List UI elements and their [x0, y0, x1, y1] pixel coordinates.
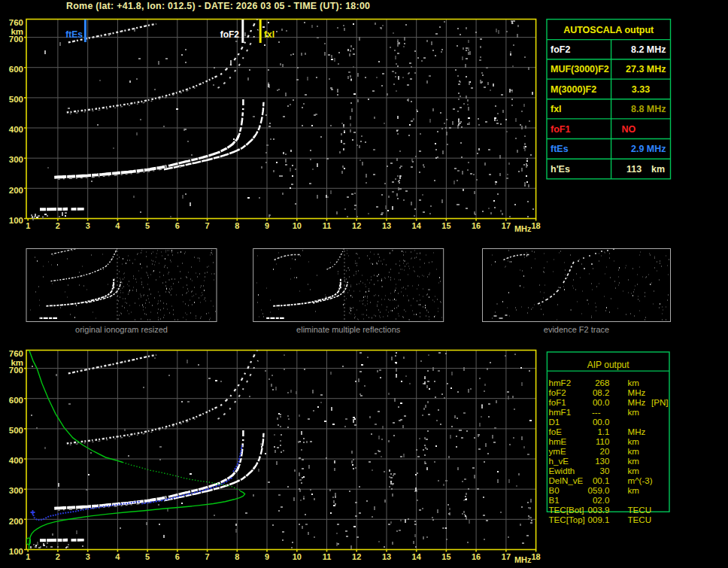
svg-text:9: 9	[265, 221, 269, 230]
svg-text:11: 11	[323, 552, 332, 561]
svg-text:400: 400	[9, 456, 23, 465]
svg-text:08.2: 08.2	[593, 387, 610, 397]
svg-text:12: 12	[352, 552, 361, 561]
svg-text:15: 15	[441, 221, 450, 230]
svg-text:00.1: 00.1	[593, 475, 610, 485]
svg-text:B1: B1	[549, 495, 560, 505]
svg-text:3: 3	[86, 221, 90, 230]
svg-text:20: 20	[600, 446, 610, 456]
svg-text:4: 4	[115, 552, 120, 561]
svg-text:8.8 MHz: 8.8 MHz	[631, 104, 666, 114]
svg-text:foE: foE	[549, 427, 563, 436]
svg-text:km: km	[628, 446, 639, 456]
svg-text:17: 17	[502, 552, 511, 561]
svg-text:10: 10	[293, 221, 302, 230]
svg-text:300: 300	[9, 486, 23, 495]
svg-text:km: km	[628, 378, 639, 387]
svg-text:268: 268	[595, 378, 609, 387]
svg-text:6: 6	[175, 552, 180, 561]
svg-text:130: 130	[595, 456, 609, 466]
svg-text:km: km	[628, 466, 639, 475]
svg-text:foF1: foF1	[549, 397, 566, 407]
svg-text:17: 17	[502, 221, 511, 230]
svg-text:8: 8	[235, 552, 239, 561]
svg-text:[PN]: [PN]	[651, 397, 669, 407]
svg-text:---: ---	[592, 407, 601, 417]
svg-text:15: 15	[441, 552, 450, 561]
svg-text:7: 7	[205, 221, 210, 230]
svg-text:00.0: 00.0	[593, 397, 610, 407]
svg-text:600: 600	[9, 396, 23, 405]
svg-text:760: 760	[9, 18, 23, 27]
svg-text:8: 8	[235, 221, 239, 230]
svg-text:Rome (lat: +41.8, lon: 012.5): Rome (lat: +41.8, lon: 012.5) - DATE: 20…	[66, 1, 370, 11]
svg-text:6: 6	[175, 221, 180, 230]
svg-text:M(3000)F2: M(3000)F2	[551, 84, 596, 95]
svg-text:evidence F2 trace: evidence F2 trace	[544, 325, 609, 334]
svg-text:1.1: 1.1	[597, 427, 609, 436]
svg-text:AIP output: AIP output	[587, 360, 629, 370]
svg-text:hmF2: hmF2	[549, 378, 572, 387]
svg-text:10: 10	[293, 552, 302, 561]
svg-text:foF2: foF2	[549, 387, 566, 397]
svg-text:2: 2	[56, 221, 60, 230]
svg-text:700: 700	[9, 35, 23, 44]
svg-text:400: 400	[9, 125, 23, 134]
svg-text:NO: NO	[622, 124, 636, 135]
svg-text:500: 500	[9, 95, 23, 104]
svg-text:003.9: 003.9	[587, 505, 609, 515]
svg-text:16: 16	[472, 221, 481, 230]
svg-text:4: 4	[115, 221, 120, 230]
svg-text:110: 110	[596, 436, 609, 446]
svg-text:3: 3	[86, 552, 90, 561]
svg-text:30: 30	[600, 466, 610, 475]
svg-text:ftEs: ftEs	[551, 144, 569, 154]
svg-text:eliminate multiple reflections: eliminate multiple reflections	[296, 325, 401, 334]
svg-text:300: 300	[9, 155, 23, 164]
svg-text:original ionogram resized: original ionogram resized	[75, 325, 168, 334]
svg-text:00.0: 00.0	[593, 417, 610, 427]
svg-text:Ewidth: Ewidth	[549, 466, 575, 475]
svg-text:059.0: 059.0	[587, 485, 609, 495]
svg-text:009.1: 009.1	[587, 515, 609, 524]
svg-text:DelN_vE: DelN_vE	[549, 475, 584, 485]
svg-text:5: 5	[145, 221, 150, 230]
svg-text:2.9 MHz: 2.9 MHz	[631, 144, 666, 154]
svg-text:B0: B0	[549, 485, 560, 495]
svg-text:100: 100	[9, 216, 23, 225]
svg-text:m^(-3): m^(-3)	[628, 475, 653, 485]
svg-text:hmF1: hmF1	[549, 407, 572, 417]
svg-text:hmE: hmE	[549, 436, 567, 446]
svg-text:MHz: MHz	[628, 427, 646, 436]
svg-text:TECU: TECU	[628, 505, 652, 515]
svg-text:km: km	[628, 436, 639, 446]
svg-text:760: 760	[9, 349, 23, 358]
svg-text:18: 18	[531, 221, 540, 230]
svg-text:27.3 MHz: 27.3 MHz	[626, 64, 666, 74]
svg-text:1: 1	[26, 221, 30, 230]
svg-text:AUTOSCALA output: AUTOSCALA output	[563, 25, 654, 35]
svg-text:ymE: ymE	[549, 446, 566, 456]
svg-text:700: 700	[9, 366, 23, 375]
svg-text:km: km	[628, 407, 639, 417]
svg-text:ftEs: ftEs	[65, 29, 83, 40]
svg-text:13: 13	[382, 221, 391, 230]
svg-text:16: 16	[472, 552, 481, 561]
svg-text:h_vE: h_vE	[549, 456, 569, 466]
svg-text:113: 113	[626, 164, 642, 175]
svg-text:TECU: TECU	[628, 515, 652, 524]
svg-text:11: 11	[323, 221, 332, 230]
svg-text:h'Es: h'Es	[551, 164, 570, 175]
svg-text:MHz: MHz	[514, 224, 532, 233]
svg-text:TEC[Top]: TEC[Top]	[549, 515, 585, 524]
svg-text:18: 18	[531, 552, 540, 561]
svg-text:MHz: MHz	[628, 397, 646, 407]
svg-text:km: km	[628, 485, 639, 495]
svg-text:02.0: 02.0	[593, 495, 610, 505]
svg-text:12: 12	[352, 221, 361, 230]
svg-text:14: 14	[412, 552, 422, 561]
svg-text:100: 100	[9, 547, 23, 556]
svg-text:13: 13	[382, 552, 391, 561]
svg-text:200: 200	[9, 186, 23, 195]
svg-text:fxl: fxl	[551, 104, 562, 114]
